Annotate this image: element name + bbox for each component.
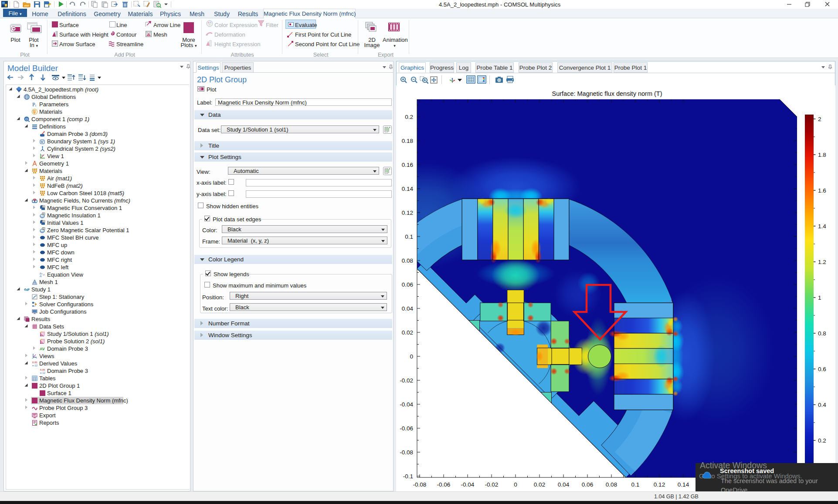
svg-text:0.02: 0.02 xyxy=(402,329,413,336)
svg-text:0.08: 0.08 xyxy=(402,257,413,264)
svg-text:-0.02: -0.02 xyxy=(400,377,413,384)
svg-text:1: 1 xyxy=(818,294,821,301)
svg-text:e-12: e-12 xyxy=(32,364,37,366)
svg-text:0: 0 xyxy=(514,481,517,488)
svg-text:0: 0 xyxy=(410,353,413,360)
svg-text:-0.02: -0.02 xyxy=(485,481,499,488)
svg-text:0.8: 0.8 xyxy=(818,330,826,337)
svg-text:xy: xy xyxy=(41,154,44,156)
svg-text:-0.1: -0.1 xyxy=(403,473,413,480)
svg-text:0.1: 0.1 xyxy=(405,233,413,240)
svg-text:0.06: 0.06 xyxy=(582,481,593,488)
svg-text:8.85: 8.85 xyxy=(40,369,45,371)
svg-text:2: 2 xyxy=(818,116,821,122)
svg-text:Ω: Ω xyxy=(25,117,28,121)
svg-text:0.14: 0.14 xyxy=(402,186,414,192)
svg-text:0.04: 0.04 xyxy=(558,481,570,488)
svg-text:0.2: 0.2 xyxy=(405,114,413,120)
svg-text:-f: -f xyxy=(43,274,44,276)
svg-text:-0.04: -0.04 xyxy=(461,481,475,488)
svg-text:0.12: 0.12 xyxy=(402,210,413,216)
svg-text:0.02: 0.02 xyxy=(534,481,545,488)
svg-text:0.4: 0.4 xyxy=(818,402,826,408)
svg-text:0.04: 0.04 xyxy=(402,305,414,312)
svg-text:D: D xyxy=(43,213,44,215)
svg-text:0.06: 0.06 xyxy=(402,281,413,288)
svg-text:8.85: 8.85 xyxy=(32,361,37,364)
svg-text:1.4: 1.4 xyxy=(818,223,826,230)
svg-text:1.8: 1.8 xyxy=(818,152,826,158)
svg-text:0.6: 0.6 xyxy=(818,366,826,372)
svg-text:D: D xyxy=(43,220,44,223)
svg-text:D: D xyxy=(43,227,44,230)
svg-text:e-12: e-12 xyxy=(40,371,45,374)
svg-text:1.6: 1.6 xyxy=(818,187,826,194)
svg-text:0.16: 0.16 xyxy=(402,162,413,168)
svg-text:i: i xyxy=(35,104,36,107)
svg-text:0.08: 0.08 xyxy=(606,481,617,488)
svg-text:0.12: 0.12 xyxy=(654,481,665,488)
svg-text:0.2: 0.2 xyxy=(818,437,826,444)
svg-text:∂t: ∂t xyxy=(40,275,42,277)
svg-text:-0.06: -0.06 xyxy=(400,425,413,432)
svg-text:0.14: 0.14 xyxy=(678,481,689,488)
svg-text:-0.08: -0.08 xyxy=(413,481,427,488)
svg-text:0.1: 0.1 xyxy=(631,481,640,488)
svg-text:AV: AV xyxy=(40,347,45,351)
svg-text:P: P xyxy=(32,101,35,107)
svg-text:Surface: Magnetic flux density: Surface: Magnetic flux density norm (T) xyxy=(552,90,662,97)
svg-text:-0.06: -0.06 xyxy=(437,481,451,488)
svg-text:0.18: 0.18 xyxy=(402,138,413,144)
svg-text:-0.04: -0.04 xyxy=(400,401,413,408)
svg-text:1.2: 1.2 xyxy=(818,259,826,265)
svg-text:-0.08: -0.08 xyxy=(400,449,413,456)
svg-text:D: D xyxy=(43,205,44,208)
